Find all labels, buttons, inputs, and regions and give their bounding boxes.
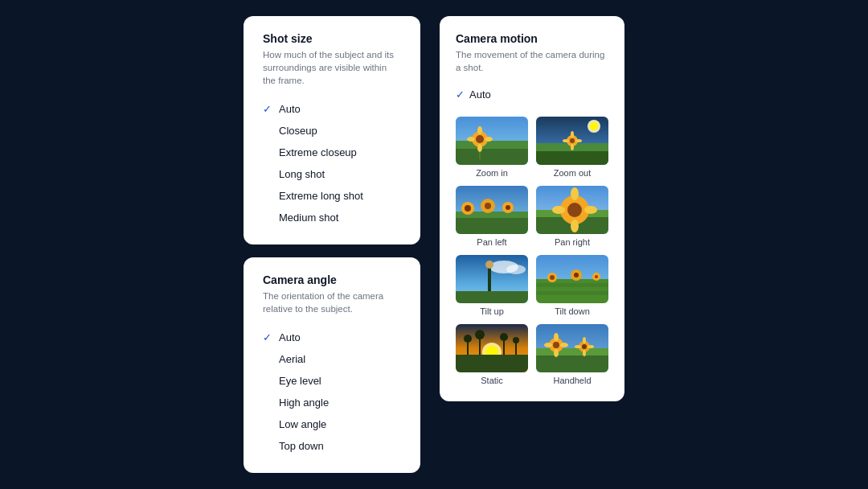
svg-point-14 (570, 138, 575, 143)
svg-point-4 (476, 135, 484, 143)
handheld-thumb (536, 324, 608, 372)
static-label: Static (481, 376, 503, 385)
shot-size-title: Shot size (263, 32, 401, 45)
svg-point-72 (554, 333, 559, 341)
svg-point-64 (500, 333, 508, 341)
svg-point-54 (595, 275, 598, 278)
svg-point-9 (485, 137, 493, 142)
shot-size-desc: How much of the subject and its surround… (263, 48, 401, 87)
check-icon: ✓ (263, 331, 274, 343)
handheld-label: Handheld (553, 376, 591, 385)
motion-tilt-up[interactable]: Tilt up (456, 255, 528, 316)
motion-zoom-out[interactable]: Zoom out (536, 117, 608, 178)
camera-motion-panel: Camera motion The movement of the camera… (440, 16, 624, 401)
shot-size-options: ✓ Auto Closeup Extreme closeup Long shot (263, 98, 401, 228)
shot-option-extreme-long[interactable]: Extreme long shot (263, 185, 401, 207)
shot-option-extreme-long-label: Extreme long shot (279, 190, 363, 202)
svg-point-80 (575, 345, 581, 348)
svg-point-6 (477, 126, 482, 134)
shot-option-auto[interactable]: ✓ Auto (263, 98, 401, 120)
tilt-down-label: Tilt down (555, 306, 590, 316)
svg-point-29 (506, 205, 510, 210)
svg-point-74 (544, 343, 552, 347)
svg-point-66 (513, 337, 519, 343)
camera-motion-auto-label: Auto (469, 88, 491, 101)
svg-point-38 (584, 206, 597, 214)
motion-pan-right[interactable]: Pan right (536, 186, 608, 247)
angle-option-aerial[interactable]: Aerial (263, 348, 401, 370)
pan-right-thumb (536, 186, 608, 234)
static-thumb (456, 324, 528, 372)
camera-motion-desc: The movement of the camera during a shot… (456, 48, 608, 74)
zoom-in-label: Zoom in (476, 168, 508, 178)
svg-point-36 (571, 220, 579, 232)
svg-point-20 (590, 122, 598, 130)
shot-option-extreme-closeup[interactable]: Extreme closeup (263, 142, 401, 163)
pan-right-label: Pan right (555, 237, 590, 247)
svg-point-34 (567, 203, 582, 217)
svg-point-15 (571, 131, 574, 138)
shot-option-auto-label: Auto (279, 103, 301, 115)
shot-option-closeup[interactable]: Closeup (263, 120, 401, 142)
svg-point-44 (485, 261, 493, 269)
motion-static[interactable]: Static (456, 324, 528, 385)
angle-option-high[interactable]: High angle (263, 392, 401, 413)
angle-option-low-label: Low angle (279, 418, 326, 430)
angle-option-eye-level[interactable]: Eye level (263, 370, 401, 392)
shot-option-medium[interactable]: Medium shot (263, 207, 401, 228)
svg-point-27 (485, 203, 491, 209)
svg-point-78 (583, 337, 586, 343)
camera-angle-desc: The orientation of the camera relative t… (263, 290, 401, 315)
svg-point-52 (574, 273, 579, 277)
svg-rect-69 (536, 348, 608, 355)
svg-rect-47 (536, 283, 608, 287)
motion-pan-left[interactable]: Pan left (456, 186, 528, 247)
camera-angle-options: ✓ Auto Aerial Eye level High angle (263, 327, 401, 457)
tilt-up-thumb (456, 255, 528, 303)
tilt-down-thumb (536, 255, 608, 303)
shot-option-long-label: Long shot (279, 168, 325, 180)
svg-point-71 (553, 342, 559, 348)
svg-rect-68 (536, 353, 608, 372)
auto-check-icon: ✓ (456, 88, 465, 101)
pan-left-label: Pan left (477, 237, 506, 247)
svg-rect-42 (456, 291, 528, 303)
angle-option-top-down-label: Top down (279, 440, 324, 452)
svg-point-18 (575, 139, 582, 142)
angle-option-eye-level-label: Eye level (279, 375, 321, 387)
camera-motion-auto-option[interactable]: ✓ Auto (456, 85, 608, 107)
svg-point-81 (588, 345, 594, 348)
svg-point-75 (560, 343, 568, 347)
svg-point-77 (582, 344, 587, 349)
shot-option-medium-label: Medium shot (279, 212, 338, 224)
angle-option-auto-label: Auto (279, 331, 301, 343)
motion-zoom-in[interactable]: Zoom in (456, 117, 528, 178)
angle-option-aerial-label: Aerial (279, 353, 305, 365)
camera-motion-title: Camera motion (456, 32, 608, 45)
svg-rect-58 (456, 355, 528, 372)
angle-option-top-down[interactable]: Top down (263, 435, 401, 457)
svg-point-37 (552, 206, 565, 214)
camera-angle-card: Camera angle The orientation of the came… (244, 257, 420, 473)
svg-rect-65 (515, 342, 517, 355)
shot-option-long[interactable]: Long shot (263, 163, 401, 185)
angle-option-auto[interactable]: ✓ Auto (263, 327, 401, 348)
motion-handheld[interactable]: Handheld (536, 324, 608, 385)
angle-option-low[interactable]: Low angle (263, 413, 401, 435)
svg-point-73 (554, 349, 559, 357)
svg-point-16 (571, 144, 574, 150)
shot-option-closeup-label: Closeup (279, 125, 317, 137)
check-icon: ✓ (263, 103, 274, 115)
svg-point-62 (475, 330, 485, 339)
svg-point-7 (477, 144, 482, 152)
motion-grid: Zoom in (456, 117, 608, 385)
svg-point-17 (563, 139, 569, 142)
angle-option-high-label: High angle (279, 397, 329, 409)
svg-rect-43 (488, 267, 491, 291)
svg-rect-48 (536, 291, 608, 295)
shot-option-extreme-closeup-label: Extreme closeup (279, 146, 357, 158)
shot-size-card: Shot size How much of the subject and it… (244, 16, 420, 244)
motion-tilt-down[interactable]: Tilt down (536, 255, 608, 316)
svg-point-79 (583, 350, 586, 356)
svg-point-8 (467, 137, 475, 142)
